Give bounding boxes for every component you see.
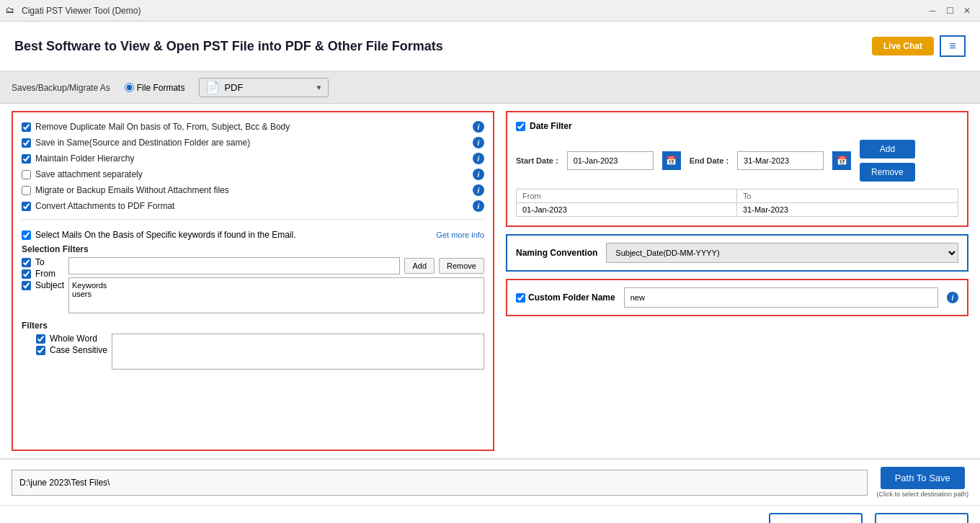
- option-checkbox-6[interactable]: [22, 202, 31, 211]
- keyword-remove-button[interactable]: Remove: [439, 258, 484, 274]
- get-more-link[interactable]: Get more info: [436, 231, 484, 239]
- close-button[interactable]: ✕: [960, 4, 974, 18]
- to-header: To: [737, 189, 958, 203]
- filter-from-label: From: [35, 269, 55, 279]
- date-filter-header: Date Filter: [516, 121, 958, 131]
- filter-from-checkbox[interactable]: [22, 269, 31, 279]
- path-to-save-button[interactable]: Path To Save: [881, 467, 965, 489]
- whole-word-label: Whole Word: [50, 334, 97, 344]
- file-formats-radio-input[interactable]: [125, 83, 134, 92]
- option-label-2: Save in Same(Source and Destination Fold…: [35, 138, 468, 148]
- file-formats-label: File Formats: [137, 83, 185, 93]
- filter-row: To From Subject Add Remove: [22, 257, 484, 313]
- end-date-calendar-button[interactable]: 📅: [832, 151, 851, 170]
- custom-folder-checkbox[interactable]: [516, 293, 525, 303]
- pdf-icon: 📄: [205, 81, 220, 94]
- format-selector[interactable]: 📄 PDF ▼: [199, 78, 329, 97]
- custom-folder-label: Custom Folder Name: [516, 292, 615, 303]
- option-label-4: Save attachment separately: [35, 169, 468, 179]
- filter-to-checkbox[interactable]: [22, 258, 31, 267]
- maximize-button[interactable]: ☐: [943, 4, 957, 18]
- date-actions: Add Remove: [860, 140, 915, 182]
- keyword-textarea[interactable]: Keywords users: [68, 277, 484, 313]
- filter-subject-checkbox[interactable]: [22, 281, 31, 290]
- filter-to: To: [22, 257, 64, 267]
- from-header: From: [517, 189, 737, 203]
- naming-label: Naming Convention: [516, 248, 597, 258]
- option-checkbox-1[interactable]: [22, 122, 31, 132]
- info-icon-1[interactable]: i: [473, 121, 484, 133]
- filters-textarea[interactable]: [112, 334, 484, 370]
- date-remove-button[interactable]: Remove: [860, 163, 915, 182]
- app-title: Cigati PST Viewer Tool (Demo): [22, 6, 925, 16]
- option-label-5: Migrate or Backup Emails Without Attachm…: [35, 185, 468, 195]
- end-date-input[interactable]: [737, 151, 824, 170]
- naming-convention-box: Naming Convention Subject_Date(DD-MM-YYY…: [506, 234, 968, 272]
- info-icon-2[interactable]: i: [473, 137, 484, 148]
- info-icon-4[interactable]: i: [473, 169, 484, 180]
- live-chat-button[interactable]: Live Chat: [872, 37, 934, 55]
- keyword-header-row: Select Mails On the Basis of Specific ke…: [22, 230, 484, 240]
- option-checkbox-2[interactable]: [22, 138, 31, 148]
- option-checkbox-3[interactable]: [22, 154, 31, 164]
- path-input[interactable]: [12, 470, 868, 496]
- option-row-5: Migrate or Backup Emails Without Attachm…: [22, 184, 484, 196]
- previous-button[interactable]: Previous: [769, 513, 863, 523]
- keyword-input[interactable]: [68, 257, 400, 274]
- saves-label: Saves/Backup/Migrate As: [12, 83, 110, 93]
- custom-folder-info-icon[interactable]: i: [947, 292, 958, 303]
- divider-1: [22, 219, 484, 220]
- option-row-4: Save attachment separately i: [22, 169, 484, 180]
- whole-word-checkbox[interactable]: [36, 334, 45, 344]
- left-panel: Remove Duplicate Mail On basis of To, Fr…: [12, 111, 494, 451]
- convert-button-container: Convert (Click here to Convert): [875, 513, 968, 523]
- keyword-checkbox[interactable]: [22, 231, 31, 240]
- path-to-save-container: Path To Save (Click to select destinatio…: [876, 467, 968, 498]
- option-checkbox-4[interactable]: [22, 170, 31, 179]
- case-sensitive-checkbox[interactable]: [36, 346, 45, 355]
- option-row-6: Convert Attachments to PDF Format i: [22, 200, 484, 212]
- date-add-button[interactable]: Add: [860, 140, 915, 158]
- custom-folder-label-text: Custom Folder Name: [528, 292, 615, 303]
- date-grid-container: From 01-Jan-2023 To 31-Mar-2023: [516, 189, 958, 217]
- date-filter-box: Date Filter Start Date : 📅 End Date : 📅 …: [506, 111, 968, 227]
- filter-from: From: [22, 269, 64, 279]
- whole-word-row: Whole Word: [36, 334, 107, 344]
- minimize-button[interactable]: ─: [925, 4, 940, 18]
- option-row-1: Remove Duplicate Mail On basis of To, Fr…: [22, 121, 484, 133]
- date-grid-left: From 01-Jan-2023: [517, 189, 737, 216]
- custom-folder-input[interactable]: [624, 287, 938, 308]
- filter-subject: Subject: [22, 280, 64, 290]
- filters-checkboxes: Whole Word Case Sensitive: [36, 334, 107, 355]
- start-date-calendar-button[interactable]: 📅: [662, 151, 681, 170]
- path-bar: Path To Save (Click to select destinatio…: [0, 458, 980, 505]
- header-actions: Live Chat ≡: [872, 35, 966, 57]
- option-checkbox-5[interactable]: [22, 186, 31, 195]
- keyword-add-button[interactable]: Add: [404, 258, 435, 274]
- filters-label: Filters: [22, 321, 484, 331]
- date-input-row: Start Date : 📅 End Date : 📅 Add Remove: [516, 140, 958, 182]
- menu-button[interactable]: ≡: [940, 35, 966, 57]
- from-value: 01-Jan-2023: [517, 203, 737, 216]
- bottom-bar: Previous (Click here to go to previous p…: [0, 505, 980, 523]
- info-icon-3[interactable]: i: [473, 153, 484, 164]
- convert-button[interactable]: Convert: [875, 513, 968, 523]
- tabbar: Saves/Backup/Migrate As File Formats 📄 P…: [0, 72, 980, 104]
- file-formats-radio[interactable]: File Formats: [125, 83, 185, 93]
- path-to-save-label: Path To Save: [895, 473, 950, 483]
- right-panel: Date Filter Start Date : 📅 End Date : 📅 …: [506, 111, 968, 451]
- window-controls: ─ ☐ ✕: [925, 4, 974, 18]
- option-label-3: Maintain Folder Hierarchy: [35, 153, 468, 164]
- start-date-input[interactable]: [567, 151, 654, 170]
- info-icon-5[interactable]: i: [473, 184, 484, 196]
- keyword-input-row: Add Remove: [68, 257, 484, 274]
- custom-folder-box: Custom Folder Name i: [506, 279, 968, 316]
- format-text: PDF: [224, 82, 311, 93]
- naming-select[interactable]: Subject_Date(DD-MM-YYYY) Date_Subject Su…: [606, 243, 958, 263]
- filter-subject-label: Subject: [35, 280, 64, 290]
- path-hint: (Click to select destination path): [876, 491, 968, 498]
- date-filter-checkbox[interactable]: [516, 122, 525, 131]
- info-icon-6[interactable]: i: [473, 200, 484, 212]
- dropdown-arrow-icon: ▼: [316, 84, 323, 91]
- filter-to-label: To: [35, 257, 45, 267]
